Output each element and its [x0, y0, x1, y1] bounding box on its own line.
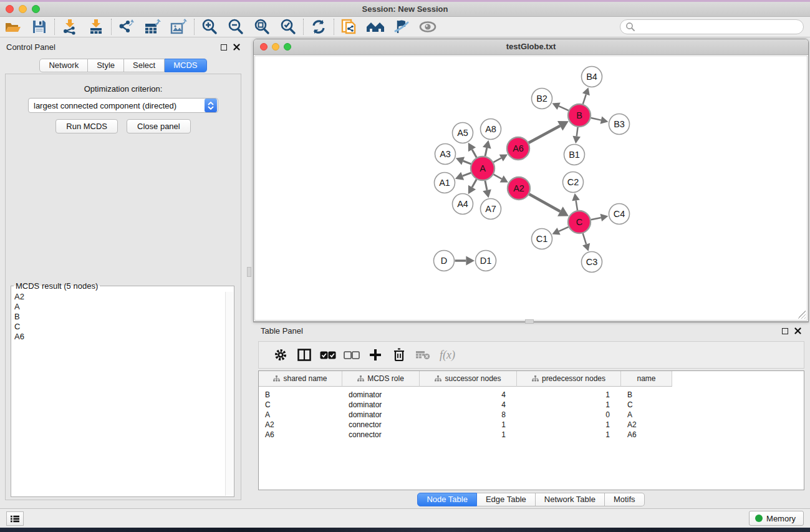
tab-select[interactable]: Select	[124, 59, 165, 72]
splitter-handle[interactable]	[247, 267, 251, 277]
float-panel-icon[interactable]	[782, 328, 788, 334]
search-field[interactable]	[620, 19, 804, 34]
column-header-shared-name[interactable]: shared name	[259, 371, 342, 387]
minimize-window-button[interactable]	[19, 5, 27, 13]
table-cell: dominator	[342, 400, 420, 410]
table-settings-icon[interactable]	[269, 344, 292, 366]
tab-style[interactable]: Style	[88, 59, 124, 72]
show-column-icon[interactable]	[292, 344, 316, 366]
mcds-result-item[interactable]: A6	[12, 332, 224, 342]
task-history-icon[interactable]	[6, 511, 24, 526]
graph-edge-A6-B[interactable]	[529, 126, 560, 143]
zoom-in-icon[interactable]	[196, 17, 223, 36]
table-row[interactable]: A2connector11A2	[259, 420, 672, 430]
hide-selected-icon[interactable]	[388, 17, 415, 36]
delete-table-icon[interactable]	[411, 344, 435, 366]
function-builder-icon[interactable]: f(x)	[440, 349, 455, 362]
zoom-network-button[interactable]	[284, 43, 291, 51]
select-all-columns-icon[interactable]	[316, 344, 340, 366]
close-panel-icon[interactable]	[794, 327, 801, 334]
zoom-selected-icon[interactable]	[275, 17, 301, 36]
table-tab-network-table[interactable]: Network Table	[536, 493, 605, 506]
table-tab-edge-table[interactable]: Edge Table	[477, 493, 536, 506]
mcds-result-item[interactable]: B	[12, 312, 224, 322]
float-panel-icon[interactable]	[221, 44, 227, 51]
table-tab-node-table[interactable]: Node Table	[417, 493, 477, 506]
graph-edge-C-C2[interactable]	[576, 200, 577, 210]
splitter-handle[interactable]	[525, 319, 534, 324]
tab-network[interactable]: Network	[39, 59, 88, 72]
node-table[interactable]: shared nameMCDS rolesuccessor nodesprede…	[258, 370, 804, 490]
mcds-result-item[interactable]: A2	[12, 292, 224, 302]
graph-edge-A-A8[interactable]	[485, 148, 487, 156]
graph-edge-A-A7[interactable]	[485, 181, 487, 190]
table-cell: 1	[517, 390, 621, 400]
table-row[interactable]: A6connector11A6	[259, 430, 672, 440]
close-window-button[interactable]	[6, 5, 14, 13]
memory-label: Memory	[766, 514, 796, 523]
zoom-out-icon[interactable]	[223, 17, 249, 36]
graph-edge-B-B3[interactable]	[591, 118, 601, 120]
column-header-predecessor-nodes[interactable]: predecessor nodes	[517, 371, 621, 387]
export-network-icon[interactable]	[113, 17, 140, 36]
edge-arrowhead-icon	[483, 190, 491, 198]
close-panel-button[interactable]: Close panel	[127, 119, 191, 133]
zoom-window-button[interactable]	[32, 5, 40, 13]
scrollbar-track[interactable]	[225, 292, 233, 496]
column-header-MCDS-role[interactable]: MCDS role	[342, 371, 420, 387]
network-window-titlebar[interactable]: testGlobe.txt	[254, 39, 808, 55]
node-label: A1	[439, 178, 450, 188]
refresh-icon[interactable]	[306, 17, 332, 36]
table-cell: 1	[517, 430, 621, 440]
import-network-icon[interactable]	[57, 17, 83, 36]
graph-edge-A-A2[interactable]	[494, 175, 502, 179]
export-table-icon[interactable]	[140, 17, 166, 36]
first-neighbors-icon[interactable]	[362, 17, 388, 36]
graph-edge-A-A6[interactable]	[493, 158, 501, 162]
unselect-all-columns-icon[interactable]	[340, 344, 364, 366]
run-mcds-button[interactable]: Run MCDS	[55, 119, 118, 133]
mcds-result-item[interactable]: A	[12, 302, 224, 312]
mcds-result-item[interactable]: C	[12, 322, 224, 332]
show-all-icon[interactable]	[415, 17, 441, 36]
open-session-icon[interactable]	[0, 17, 26, 36]
zoom-fit-icon[interactable]	[249, 17, 275, 36]
column-header-successor-nodes[interactable]: successor nodes	[420, 371, 517, 387]
graph-edge-A-A1[interactable]	[463, 173, 471, 176]
table-row[interactable]: Bdominator41B	[259, 390, 672, 400]
edge-arrowhead-icon	[572, 136, 581, 143]
network-canvas[interactable]: A5A8A3A1A4A7AA6A2BB2B4B3B1CC2C4C1C3DD1	[254, 56, 808, 321]
table-row[interactable]: Cdominator41C	[259, 400, 672, 410]
resize-grip-icon[interactable]	[798, 311, 806, 319]
graph-edge-B-B2[interactable]	[559, 106, 569, 110]
duplicate-network-icon[interactable]	[336, 17, 362, 36]
control-panel: Control Panel NetworkStyleSelectMCDS Opt…	[2, 40, 244, 505]
export-image-icon[interactable]	[166, 17, 192, 36]
graph-edge-B-B4[interactable]	[583, 94, 586, 104]
graph-edge-C-C3[interactable]	[583, 233, 586, 244]
column-header-name[interactable]: name	[621, 371, 672, 387]
graph-edge-A-A5[interactable]	[472, 150, 476, 158]
graph-edge-A-A3[interactable]	[463, 161, 471, 164]
delete-column-icon[interactable]	[387, 344, 411, 366]
node-label: C3	[586, 257, 598, 267]
table-row[interactable]: Adominator80A	[259, 410, 672, 420]
graph-edge-C-C1[interactable]	[559, 227, 569, 231]
close-network-button[interactable]	[260, 43, 268, 51]
close-panel-icon[interactable]	[233, 44, 240, 51]
graph-edge-A2-C[interactable]	[529, 194, 561, 211]
save-session-icon[interactable]	[26, 17, 52, 36]
tab-mcds[interactable]: MCDS	[165, 59, 206, 72]
graph-edge-B-B1[interactable]	[577, 127, 578, 137]
mcds-result-list[interactable]: A2ABCA6	[12, 292, 224, 496]
graph-edge-C-C4[interactable]	[591, 218, 601, 220]
graph-edge-A-A4[interactable]	[472, 179, 476, 187]
memory-button[interactable]: Memory	[749, 511, 804, 526]
search-input[interactable]	[635, 21, 803, 33]
add-column-icon[interactable]	[364, 344, 387, 366]
import-table-icon[interactable]	[83, 17, 109, 36]
table-tab-motifs[interactable]: Motifs	[605, 493, 645, 506]
toolbar-separator	[194, 19, 195, 35]
optimization-criterion-select[interactable]: largest connected component (directed)	[28, 98, 218, 113]
minimize-network-button[interactable]	[272, 43, 279, 51]
